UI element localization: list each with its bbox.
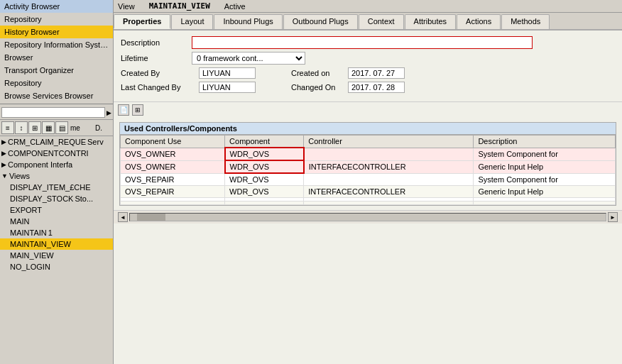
sidebar-item-repository-2[interactable]: Repository — [0, 77, 113, 89]
cell-description: Generic Input Help — [474, 160, 616, 173]
expand-icon-4: ▼ — [1, 172, 8, 180]
lifetime-row: Lifetime 0 framework cont... — [121, 52, 615, 65]
tab-properties[interactable]: Properties — [114, 14, 170, 29]
tree-node-main-view[interactable]: MAIN_VIEW — [0, 250, 113, 261]
tab-context[interactable]: Context — [359, 14, 404, 29]
changed-on-label: Changed On — [291, 83, 341, 92]
scroll-left-btn[interactable]: ◄ — [118, 212, 128, 222]
tree-node-maintain[interactable]: MAINTAIN 1 — [0, 227, 113, 238]
sidebar-item-info-system[interactable]: Repository Information System — [0, 38, 113, 51]
created-by-value: LIYUAN — [199, 67, 256, 79]
table-tool-btn-2[interactable]: ⊞ — [132, 104, 143, 116]
last-changed-by-value: LIYUAN — [199, 82, 256, 93]
scroll-right-btn[interactable]: ► — [608, 212, 618, 222]
sidebar-item-activity-browser[interactable]: Activity Browser — [0, 0, 113, 13]
tree-node-views[interactable]: ▼ Views — [0, 170, 113, 182]
tree-label-3: Component Interfa — [8, 160, 72, 169]
cell-controller: INTERFACECONTROLLER — [304, 186, 474, 198]
tree-label-5: DISPLAY_ITEM_£CHE — [10, 183, 91, 192]
tree-label-8: MAIN — [10, 217, 30, 226]
tree-label-11: MAIN_VIEW — [10, 251, 54, 260]
col-header-controller: Controller — [304, 136, 474, 148]
search-box: ▶ — [0, 106, 113, 120]
scroll-thumb[interactable] — [137, 214, 165, 221]
lifetime-select[interactable]: 0 framework cont... — [192, 52, 305, 65]
sidebar-item-transport[interactable]: Transport Organizer — [0, 64, 113, 77]
toolbar-btn-1[interactable]: ≡ — [1, 121, 14, 134]
sidebar-item-services-browser[interactable]: Browse Services Browser — [0, 89, 113, 102]
main-content: View MAINTAIN_VIEW Active Properties Lay… — [114, 0, 622, 364]
sidebar-tree: ▶ CRM_CLAIM_REQUE Serv ▶ COMPONENTCONTRI… — [0, 136, 113, 364]
toolbar-btn-5[interactable]: ▤ — [55, 121, 68, 134]
created-on-value: 2017. 07. 27 — [348, 67, 405, 79]
sidebar-item-history-browser[interactable]: History Browser — [0, 26, 113, 38]
table-tool-btn-1[interactable]: 📄 — [118, 104, 129, 116]
tree-node-maintain-view[interactable]: MAINTAIN_VIEW — [0, 238, 113, 250]
changed-on-value: 2017. 07. 28 — [348, 82, 405, 93]
tab-methods[interactable]: Methods — [501, 14, 550, 29]
col-header-component-use: Component Use — [121, 136, 225, 148]
toolbar-btn-2[interactable]: ↕ — [15, 121, 28, 134]
tree-value: Serv — [87, 138, 104, 146]
tree-label-9: MAINTAIN — [10, 228, 47, 237]
tab-actions[interactable]: Actions — [457, 14, 501, 29]
tab-attributes[interactable]: Attributes — [405, 14, 456, 29]
tree-node-component-iface[interactable]: ▶ Component Interfa — [0, 159, 113, 170]
table-header-row: Component Use Component Controller Descr… — [121, 136, 616, 148]
cell-controller — [304, 202, 474, 205]
view-label: View — [118, 2, 135, 11]
view-value: MAINTAIN_VIEW — [149, 1, 210, 11]
form-area: Description Lifetime 0 framework cont...… — [114, 31, 622, 102]
table-tools: 📄 ⊞ — [114, 102, 622, 118]
tree-node-claim[interactable]: ▶ CRM_CLAIM_REQUE Serv — [0, 136, 113, 148]
table-row[interactable]: OVS_REPAIRWDR_OVSINTERFACECONTROLLERGene… — [121, 186, 616, 198]
description-input[interactable] — [192, 36, 533, 49]
col-header-desc: D. — [95, 124, 102, 132]
tree-label-4: Views — [9, 172, 30, 180]
table-row[interactable] — [121, 202, 616, 205]
tree-node-main[interactable]: MAIN — [0, 216, 113, 227]
tree-node-component-ctrl[interactable]: ▶ COMPONENTCONTRI — [0, 148, 113, 159]
sidebar-item-browser[interactable]: Browser — [0, 51, 113, 64]
meta-row: Created By LIYUAN Created on 2017. 07. 2… — [121, 67, 615, 79]
expand-icon: ▶ — [1, 138, 6, 145]
expand-icon-3: ▶ — [1, 161, 6, 168]
sidebar-item-repository-1[interactable]: Repository — [0, 13, 113, 26]
cell-component-use: OVS_OWNER — [121, 148, 225, 160]
cell-description: System Component for — [474, 173, 616, 186]
tree-node-display-item[interactable]: DISPLAY_ITEM_£CHE — [0, 182, 113, 193]
tree-label-2: COMPONENTCONTRI — [8, 149, 89, 158]
cell-description — [474, 202, 616, 205]
scroll-track — [129, 213, 606, 221]
col-header-name: me — [70, 124, 80, 132]
cell-component: WDR_OVS — [225, 160, 304, 173]
tab-inbound-plugs[interactable]: Inbound Plugs — [214, 14, 282, 29]
lifetime-label: Lifetime — [121, 54, 192, 62]
toolbar-btn-4[interactable]: ▦ — [42, 121, 55, 134]
table-row[interactable]: OVS_OWNERWDR_OVSINTERFACECONTROLLERGener… — [121, 160, 616, 173]
cell-component-use: OVS_REPAIR — [121, 173, 225, 186]
tree-toolbar: ≡ ↕ ⊞ ▦ ▤ me D. — [0, 120, 113, 136]
hscroll: ◄ ► — [114, 210, 622, 224]
section-header: Used Controllers/Components — [120, 123, 616, 135]
table-row[interactable]: OVS_REPAIRWDR_OVSSystem Component for — [121, 173, 616, 186]
last-changed-by-label: Last Changed By — [121, 83, 192, 92]
tree-value-3: 1 — [48, 228, 53, 237]
tree-node-export[interactable]: EXPORT — [0, 204, 113, 216]
search-expand-icon[interactable]: ▶ — [107, 109, 111, 116]
tab-layout[interactable]: Layout — [171, 14, 213, 29]
sidebar: Activity Browser Repository History Brow… — [0, 0, 114, 364]
tree-label: CRM_CLAIM_REQUE — [8, 138, 86, 146]
search-input[interactable] — [1, 107, 105, 118]
status-label: Active — [224, 2, 246, 11]
created-on-label: Created on — [291, 69, 341, 77]
col-header-description: Description — [474, 136, 616, 148]
tab-outbound-plugs[interactable]: Outbound Plugs — [283, 14, 358, 29]
last-changed-row: Last Changed By LIYUAN Changed On 2017. … — [121, 82, 615, 93]
table-row[interactable]: OVS_OWNERWDR_OVSSystem Component for — [121, 148, 616, 160]
tree-node-display-stock[interactable]: DISPLAY_STOCK Sto... — [0, 193, 113, 204]
cell-controller: INTERFACECONTROLLER — [304, 160, 474, 173]
toolbar-btn-3[interactable]: ⊞ — [28, 121, 41, 134]
tree-node-no-login[interactable]: NO_LOGIN — [0, 261, 113, 272]
tree-label-7: EXPORT — [10, 206, 42, 214]
